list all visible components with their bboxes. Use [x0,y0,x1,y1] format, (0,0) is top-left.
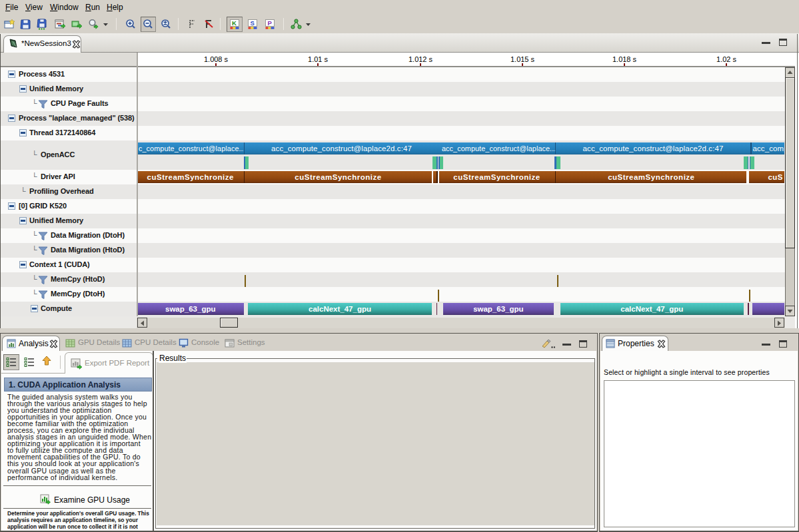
svg-text:P: P [268,19,273,27]
svg-text:S: S [251,19,255,27]
svg-text:K: K [232,19,237,27]
